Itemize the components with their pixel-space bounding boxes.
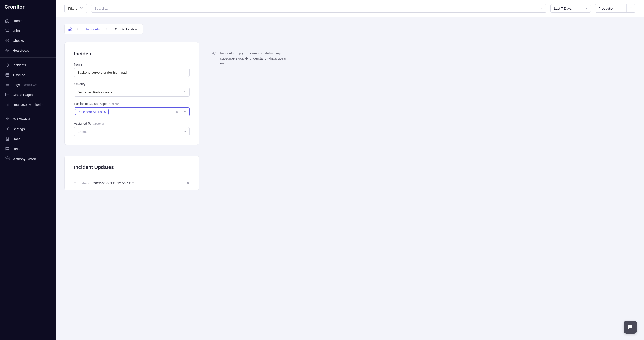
svg-rect-3: [6, 29, 8, 30]
assigned-select[interactable]: Select...: [74, 127, 190, 136]
sidebar-item-heartbeats[interactable]: Heartbeats: [0, 45, 56, 55]
sidebar: Cron itor Home Jobs Checks Heartbeats: [0, 0, 56, 340]
optional-label: Optional: [93, 122, 104, 125]
breadcrumb-incidents[interactable]: Incidents: [81, 24, 104, 34]
severity-select[interactable]: Degraded Performance: [74, 88, 190, 97]
sidebar-item-help[interactable]: Help: [0, 144, 56, 154]
svg-point-6: [7, 40, 8, 41]
chevron-down-icon: [180, 128, 189, 136]
name-input[interactable]: [74, 68, 190, 77]
svg-point-10: [214, 52, 215, 54]
jobs-icon: [5, 28, 10, 33]
environment-value: Production: [595, 4, 626, 12]
nav-divider: [0, 112, 56, 112]
sidebar-item-label: Status Pages: [12, 93, 32, 97]
search-input[interactable]: [91, 4, 546, 12]
date-range-select[interactable]: Last 7 Days: [550, 4, 591, 12]
filter-icon: [80, 6, 83, 10]
sidebar-item-docs[interactable]: Docs: [0, 134, 56, 144]
chat-widget-button[interactable]: [624, 321, 637, 334]
date-range-value: Last 7 Days: [551, 4, 582, 12]
topbar: Filters Last 7 Days Production: [56, 0, 644, 17]
heartbeats-icon: [5, 48, 10, 53]
timestamp-value: 2022-08-05T15:12:53.415Z: [93, 181, 184, 185]
sidebar-item-rum[interactable]: Real-User Monitoring: [0, 100, 56, 109]
sidebar-item-label: Incidents: [12, 63, 26, 67]
svg-rect-7: [6, 73, 8, 76]
bell-icon: [5, 63, 10, 67]
sidebar-item-label: Help: [12, 147, 20, 151]
assigned-label: Assigned To: [74, 122, 91, 125]
breadcrumb-home[interactable]: [64, 24, 76, 34]
sidebar-item-timeline[interactable]: Timeline: [0, 70, 56, 80]
publish-select[interactable]: Panelbear Status ✕ ✕: [74, 107, 190, 116]
sidebar-item-label: Heartbeats: [12, 48, 29, 52]
chevron-down-icon: [582, 4, 591, 12]
environment-select[interactable]: Production: [595, 4, 636, 12]
svg-point-5: [6, 39, 8, 42]
hint-panel: Incidents help your team and status page…: [206, 42, 292, 66]
remove-tag-icon[interactable]: ✕: [104, 110, 106, 114]
svg-rect-4: [6, 31, 8, 31]
sidebar-item-label: Docs: [12, 137, 20, 141]
sidebar-item-home[interactable]: Home: [0, 16, 56, 26]
sidebar-item-label: Settings: [12, 127, 25, 131]
breadcrumb: 〉 Incidents 〉 Create Incident: [64, 24, 143, 34]
sidebar-item-settings[interactable]: Settings: [0, 124, 56, 134]
nav-divider: [0, 57, 56, 58]
logo[interactable]: Cron itor: [0, 4, 56, 15]
chat-icon: [5, 147, 10, 151]
avatar: AS: [5, 156, 10, 161]
breadcrumb-separator-icon: 〉: [76, 26, 81, 32]
sidebar-item-incidents[interactable]: Incidents: [0, 60, 56, 70]
sidebar-item-logs[interactable]: Logs coming soon: [0, 80, 56, 90]
filters-button[interactable]: Filters: [64, 4, 87, 13]
sidebar-item-label: Anthony Simon: [13, 157, 36, 161]
chat-icon: [627, 324, 633, 330]
sidebar-item-label: Logs: [12, 83, 20, 87]
chevron-down-icon: [626, 4, 635, 12]
breadcrumb-create-incident: Create Incident: [110, 24, 143, 34]
sidebar-item-get-started[interactable]: Get Started: [0, 114, 56, 124]
sidebar-item-label: Jobs: [12, 29, 20, 32]
filters-label: Filters: [68, 6, 77, 10]
home-icon: [68, 27, 72, 31]
calendar-icon: [5, 73, 10, 77]
chevron-down-icon: [180, 88, 189, 96]
sidebar-item-jobs[interactable]: Jobs: [0, 26, 56, 35]
list-icon: [5, 82, 10, 87]
coming-soon-badge: coming soon: [24, 83, 38, 86]
timestamp-label: Timestamp: [74, 181, 90, 185]
window-icon: [5, 92, 10, 97]
severity-value: Degraded Performance: [74, 88, 180, 96]
nav-group-meta: Get Started Settings Docs Help AS Anthon…: [0, 113, 56, 165]
incident-heading: Incident: [74, 51, 190, 57]
sparkle-icon: [5, 117, 10, 121]
remove-update-icon[interactable]: ✕: [186, 180, 190, 185]
incident-updates-heading: Incident Updates: [74, 165, 190, 170]
sidebar-item-label: Timeline: [12, 73, 25, 77]
svg-text:itor: itor: [16, 4, 24, 10]
sidebar-item-checks[interactable]: Checks: [0, 35, 56, 45]
home-icon: [5, 18, 10, 23]
svg-text:Cron: Cron: [4, 4, 16, 10]
nav-group-main: Home Jobs Checks Heartbeats: [0, 15, 56, 56]
svg-point-9: [7, 129, 8, 130]
incident-updates-card: Incident Updates Timestamp 2022-08-05T15…: [64, 156, 199, 190]
svg-rect-8: [6, 93, 9, 96]
sidebar-item-label: Get Started: [12, 117, 30, 121]
publish-label: Publish to Status Pages: [74, 102, 108, 106]
chevron-down-icon: [180, 108, 189, 116]
name-label: Name: [74, 63, 82, 66]
breadcrumb-separator-icon: 〉: [104, 26, 110, 32]
bars-icon: [5, 102, 10, 107]
optional-label: Optional: [109, 102, 120, 106]
assigned-placeholder: Select...: [74, 128, 180, 136]
sidebar-item-label: Home: [12, 19, 22, 23]
sidebar-item-user[interactable]: AS Anthony Simon: [0, 154, 56, 164]
incident-card: Incident Name Severity Degraded Performa…: [64, 42, 199, 145]
sidebar-item-status-pages[interactable]: Status Pages: [0, 90, 56, 100]
clear-all-icon[interactable]: ✕: [173, 110, 180, 114]
status-page-tag: Panelbear Status ✕: [75, 109, 108, 115]
checks-icon: [5, 38, 10, 43]
